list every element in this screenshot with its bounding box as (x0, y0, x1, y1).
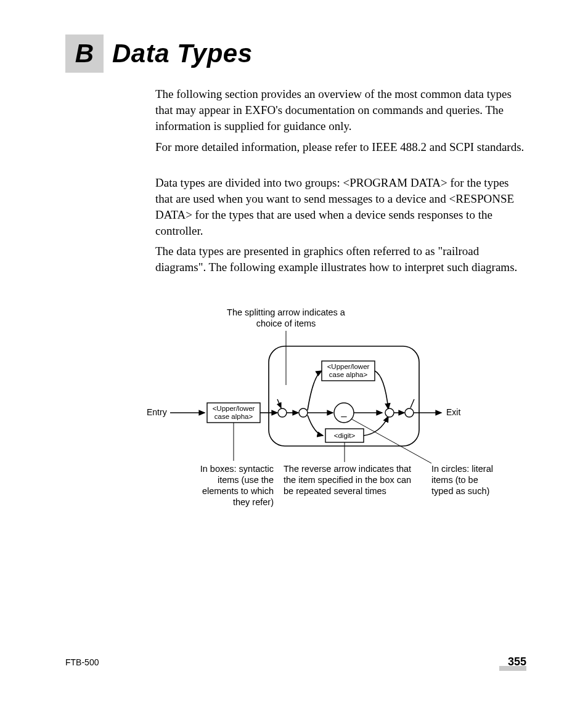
callout-left-4: they refer) (233, 497, 274, 507)
appendix-letter: B (75, 39, 94, 68)
node-merge (385, 408, 394, 417)
callout-top-line1: The splitting arrow indicates a (227, 307, 346, 317)
railroad-diagram: The splitting arrow indicates a choice o… (143, 302, 531, 524)
callout-left-3: elements to which (202, 486, 274, 496)
paragraph-2: For more detailed information, please re… (155, 139, 526, 155)
callout-right-3: typed as such) (431, 486, 489, 496)
paragraph-1: The following section provides an overvi… (155, 86, 526, 134)
page-number: 355 (508, 655, 526, 668)
box-left-line2: case alpha> (214, 413, 253, 420)
box-bottom: <digit> (334, 432, 356, 439)
callout-left-1: In boxes: syntactic (200, 464, 274, 474)
footer-doc-code: FTB-500 (65, 657, 99, 667)
paragraph-3: Data types are divided into two groups: … (155, 175, 526, 239)
callout-right-2: items (to be (431, 475, 478, 485)
paragraph-4: The data types are presented in graphics… (155, 243, 526, 275)
node-repeat-right (405, 408, 414, 417)
box-left-line1: <Upper/lower (213, 405, 255, 412)
chapter-title: Data Types (112, 39, 253, 68)
box-top-line2: case alpha> (329, 371, 368, 378)
callout-mid-3: be repeated several times (284, 486, 386, 496)
box-top-line1: <Upper/lower (327, 363, 370, 370)
node-split (299, 408, 308, 417)
literal-underscore: _ (341, 407, 348, 418)
entry-label: Entry (147, 407, 167, 417)
callout-mid-2: the item specified in the box can (284, 475, 411, 485)
svg-line-14 (410, 399, 414, 408)
page-footer: FTB-500 355 (65, 655, 526, 668)
chapter-header: B Data Types (65, 34, 551, 73)
appendix-letter-box: B (65, 34, 104, 73)
exit-label: Exit (446, 407, 460, 417)
callout-left-2: items (use the (218, 475, 274, 485)
callout-mid-1: The reverse arrow indicates that (284, 464, 411, 474)
callout-right-1: In circles: literal (431, 464, 493, 474)
node-repeat-left (278, 408, 287, 417)
callout-top-line2: choice of items (256, 318, 316, 328)
svg-line-15 (277, 399, 281, 408)
